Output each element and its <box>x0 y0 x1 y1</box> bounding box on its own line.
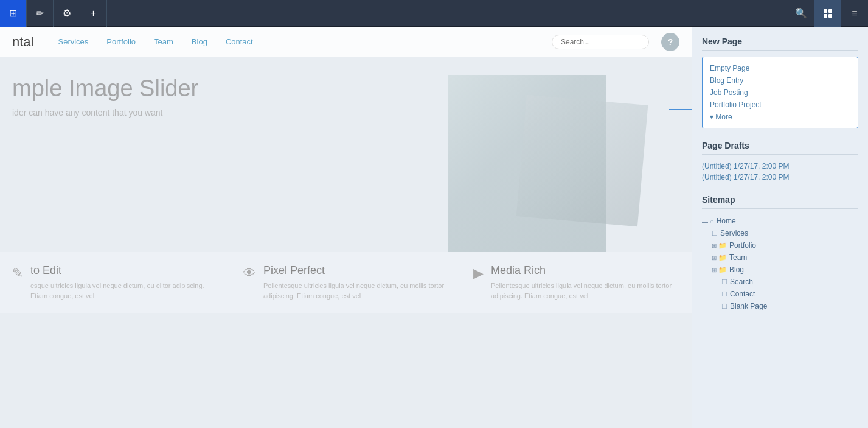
pencil-icon-button[interactable]: ✏ <box>27 0 54 27</box>
hero-image-2 <box>516 95 648 227</box>
new-page-more[interactable]: ▾ More <box>710 111 850 123</box>
arrow-connector <box>669 109 692 110</box>
help-button[interactable]: ? <box>661 33 679 51</box>
folder-icon-portfolio: 📁 <box>718 242 727 250</box>
feature-item-3: ▶ Media Rich Pellentesque ultricies ligu… <box>473 264 679 301</box>
new-page-section: New Page Empty Page Blog Entry Job Posti… <box>702 37 858 128</box>
edit-icon: ✎ <box>12 265 23 281</box>
folder-icon-blog: 📁 <box>718 266 727 274</box>
sitemap-contact-label: Contact <box>730 290 755 298</box>
feature-1-title: to Edit <box>30 264 218 277</box>
new-page-job-posting[interactable]: Job Posting <box>710 86 850 99</box>
feature-2-text: Pellentesque ultricies ligula vel neque … <box>263 281 449 301</box>
feature-1-content: to Edit esque ultricies ligula vel neque… <box>30 264 218 301</box>
sitemap-services-label: Services <box>720 229 748 237</box>
feature-3-content: Media Rich Pellentesque ultricies ligula… <box>491 264 679 301</box>
page-icon-services: ☐ <box>712 230 718 237</box>
draft-item-1[interactable]: (Untitled) 1/27/17, 2:00 PM <box>702 161 858 172</box>
sitemap-team-label: Team <box>729 253 747 262</box>
sitemap-contact[interactable]: ☐ Contact <box>702 288 858 300</box>
eye-icon: 👁 <box>243 265 256 281</box>
sliders-icon-button[interactable]: ≡ <box>841 0 868 27</box>
sitemap-search-label: Search <box>730 278 753 286</box>
sitemap-blank-page[interactable]: ☐ Blank Page <box>702 300 858 312</box>
sitemap-home[interactable]: ▬ ⌂ Home <box>702 215 858 227</box>
site-search-input[interactable] <box>552 35 649 49</box>
feature-3-title: Media Rich <box>491 264 679 277</box>
sitemap-blog[interactable]: ⊞ 📁 Blog <box>702 264 858 276</box>
feature-3-text: Pellentesque ultricies ligula vel neque … <box>491 281 679 301</box>
page-icon-contact: ☐ <box>721 290 727 298</box>
nav-link-services[interactable]: Services <box>58 37 88 46</box>
sitemap-blank-label: Blank Page <box>730 302 767 310</box>
feature-item-2: 👁 Pixel Perfect Pellentesque ultricies l… <box>243 264 449 301</box>
draft-item-2[interactable]: (Untitled) 1/27/17, 2:00 PM <box>702 172 858 183</box>
sitemap-portfolio-label: Portfolio <box>729 241 756 250</box>
search-icon-button[interactable]: 🔍 <box>788 0 814 27</box>
sitemap-team[interactable]: ⊞ 📁 Team <box>702 251 858 264</box>
sitemap-section: Sitemap ▬ ⌂ Home ☐ Services ⊞ 📁 Portf <box>702 195 858 312</box>
main-layout: ntal Services Portfolio Team Blog Contac… <box>0 27 868 428</box>
svg-rect-0 <box>824 9 827 13</box>
sitemap-portfolio[interactable]: ⊞ 📁 Portfolio <box>702 239 858 251</box>
feature-2-content: Pixel Perfect Pellentesque ultricies lig… <box>263 264 449 301</box>
nav-link-contact[interactable]: Contact <box>226 37 253 46</box>
expand-icon-team: ⊞ <box>712 254 717 261</box>
nav-link-blog[interactable]: Blog <box>192 37 207 46</box>
site-nav: ntal Services Portfolio Team Blog Contac… <box>0 27 692 57</box>
collapse-icon-home: ▬ <box>702 218 708 225</box>
folder-icon-team: 📁 <box>718 254 727 262</box>
site-nav-links: Services Portfolio Team Blog Contact <box>58 37 552 46</box>
feature-1-text: esque ultricies ligula vel neque dictum,… <box>30 281 218 301</box>
plus-icon-button[interactable]: + <box>80 0 107 27</box>
site-logo: ntal <box>12 34 33 50</box>
hero-section: mple Image Slider ider can have any cont… <box>0 57 692 252</box>
expand-icon-blog: ⊞ <box>712 267 717 273</box>
nav-link-portfolio[interactable]: Portfolio <box>106 37 136 46</box>
expand-icon-portfolio: ⊞ <box>712 242 717 249</box>
pages-icon-button[interactable] <box>814 0 841 27</box>
page-drafts-section: Page Drafts (Untitled) 1/27/17, 2:00 PM … <box>702 141 858 183</box>
new-page-empty[interactable]: Empty Page <box>710 62 850 74</box>
page-drafts-title: Page Drafts <box>702 141 858 155</box>
new-page-blog-entry[interactable]: Blog Entry <box>710 74 850 86</box>
sitemap-home-label: Home <box>717 217 736 225</box>
right-panel: New Page Empty Page Blog Entry Job Posti… <box>692 27 868 428</box>
sitemap-services[interactable]: ☐ Services <box>702 227 858 239</box>
sitemap-tree: ▬ ⌂ Home ☐ Services ⊞ 📁 Portfolio ⊞ <box>702 215 858 312</box>
feature-2-title: Pixel Perfect <box>263 264 449 277</box>
new-page-title: New Page <box>702 37 858 51</box>
sitemap-title: Sitemap <box>702 195 858 209</box>
play-icon: ▶ <box>473 265 484 281</box>
preview-area: ntal Services Portfolio Team Blog Contac… <box>0 27 692 428</box>
toolbar: ⊞ ✏ ⚙ + 🔍 ≡ <box>0 0 868 27</box>
new-page-box: Empty Page Blog Entry Job Posting Portfo… <box>702 57 858 128</box>
gear-icon-button[interactable]: ⚙ <box>54 0 80 27</box>
home-icon: ⌂ <box>710 217 714 225</box>
sitemap-search[interactable]: ☐ Search <box>702 276 858 288</box>
grid-icon-button[interactable]: ⊞ <box>0 0 27 27</box>
nav-link-team[interactable]: Team <box>154 37 173 46</box>
svg-rect-3 <box>828 14 832 18</box>
features-section: ✎ to Edit esque ultricies ligula vel neq… <box>0 252 692 313</box>
page-icon-blank: ☐ <box>721 303 727 310</box>
page-icon-search: ☐ <box>721 278 727 286</box>
svg-rect-2 <box>824 14 827 18</box>
feature-item-1: ✎ to Edit esque ultricies ligula vel neq… <box>12 264 218 301</box>
new-page-portfolio[interactable]: Portfolio Project <box>710 99 850 111</box>
sitemap-blog-label: Blog <box>729 265 744 274</box>
svg-rect-1 <box>828 9 832 13</box>
image-collage <box>424 63 655 246</box>
